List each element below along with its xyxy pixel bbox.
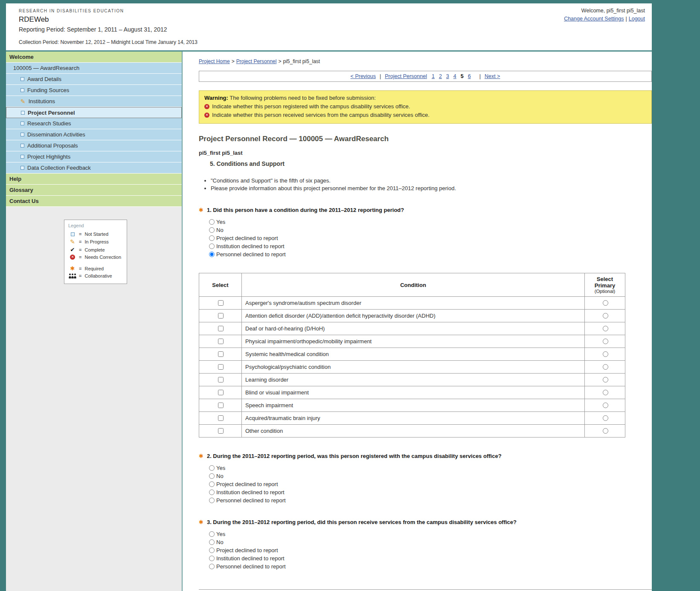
question-text: ✱3. During the 2011–2012 reporting perio… <box>199 519 652 525</box>
condition-checkbox-systemic-health-medical-condition[interactable] <box>218 351 224 357</box>
page-link-6[interactable]: 6 <box>468 73 471 79</box>
sidebar-item-additional-proposals[interactable]: Additional Proposals <box>6 140 182 151</box>
radio-q3-personnel-declined-to-report[interactable] <box>209 564 215 569</box>
sidebar-item-glossary[interactable]: Glossary <box>6 185 182 196</box>
condition-checkbox-attention-deficit-disorder-add-attention-deficit-hyperactivity-disorder-adhd[interactable] <box>218 313 224 319</box>
previous-link[interactable]: < Previous <box>351 73 376 79</box>
page-link-4[interactable]: 4 <box>453 73 456 79</box>
radio-q1-yes[interactable] <box>209 219 215 225</box>
sidebar-item-dissemination-activities[interactable]: Dissemination Activities <box>6 129 182 140</box>
condition-checkbox-speech-impairment[interactable] <box>218 403 224 408</box>
sidebar-item-award-details[interactable]: Award Details <box>6 74 182 85</box>
condition-checkbox-other-condition[interactable] <box>218 428 224 434</box>
breadcrumb-link-project-home[interactable]: Project Home <box>199 58 230 64</box>
primary-radio-systemic-health-medical-condition[interactable] <box>603 351 608 357</box>
change-account-settings-link[interactable]: Change Account Settings <box>564 16 624 22</box>
sidebar-item-project-highlights[interactable]: Project Highlights <box>6 151 182 162</box>
radio-q2-personnel-declined-to-report[interactable] <box>209 498 215 503</box>
condition-checkbox-asperger-s-syndrome-autism-spectrum-disorder[interactable] <box>218 300 224 306</box>
sidebar-item-welcome[interactable]: Welcome <box>6 52 182 63</box>
primary-radio-other-condition[interactable] <box>603 428 608 434</box>
radio-option-q1-personnel-declined-to-report[interactable]: Personnel declined to report <box>209 251 652 258</box>
condition-checkbox-psychological-psychiatric-condition[interactable] <box>218 364 224 370</box>
condition-select-cell <box>199 310 242 322</box>
not-started-icon <box>20 122 24 125</box>
question-text: ✱1. Did this person have a condition dur… <box>199 207 652 213</box>
condition-label: Blind or visual impairment <box>242 386 585 399</box>
radio-option-q1-yes[interactable]: Yes <box>209 219 652 225</box>
radio-option-q3-yes[interactable]: Yes <box>209 531 652 537</box>
radio-option-q2-no[interactable]: No <box>209 473 652 479</box>
sidebar-item-label: Contact Us <box>9 198 39 204</box>
sidebar-item-help[interactable]: Help <box>6 174 182 185</box>
radio-option-q2-yes[interactable]: Yes <box>209 465 652 471</box>
page-link-3[interactable]: 3 <box>446 73 449 79</box>
sidebar-item-label: Welcome <box>9 54 34 60</box>
primary-radio-attention-deficit-disorder-add-attention-deficit-hyperactivity-disorder-adhd[interactable] <box>603 313 608 319</box>
sidebar-item-data-collection-feedback[interactable]: Data Collection Feedback <box>6 162 182 174</box>
next-link[interactable]: Next > <box>485 73 500 79</box>
legend-icon-cell: ✔ <box>68 247 77 252</box>
breadcrumb-separator: > <box>232 58 235 64</box>
condition-checkbox-physical-impairment-orthopedic-mobility-impairment[interactable] <box>218 339 224 344</box>
page-link-2[interactable]: 2 <box>439 73 442 79</box>
primary-radio-learning-disorder[interactable] <box>603 377 608 382</box>
radio-option-q1-project-declined-to-report[interactable]: Project declined to report <box>209 235 652 241</box>
radio-option-q1-institution-declined-to-report[interactable]: Institution declined to report <box>209 243 652 249</box>
note-item: "Conditions and Support" is the fifth of… <box>211 177 652 184</box>
page-link-1[interactable]: 1 <box>432 73 435 79</box>
breadcrumb-link-project-personnel[interactable]: Project Personnel <box>236 58 277 64</box>
condition-checkbox-blind-or-visual-impairment[interactable] <box>218 390 224 395</box>
question-label: 3. During the 2011–2012 reporting period… <box>207 519 517 525</box>
account-links: Change Account Settings|Logout <box>564 16 645 22</box>
radio-option-q1-no[interactable]: No <box>209 227 652 233</box>
radio-q3-project-declined-to-report[interactable] <box>209 548 215 553</box>
sidebar-item-institutions[interactable]: ✎Institutions <box>6 96 182 107</box>
primary-radio-physical-impairment-orthopedic-mobility-impairment[interactable] <box>603 339 608 344</box>
primary-radio-psychological-psychiatric-condition[interactable] <box>603 364 608 370</box>
radio-q1-project-declined-to-report[interactable] <box>209 235 215 241</box>
sidebar-item-funding-sources[interactable]: Funding Sources <box>6 85 182 96</box>
collaborative-icon <box>69 273 76 278</box>
radio-option-label: Institution declined to report <box>216 489 285 495</box>
radio-q3-yes[interactable] <box>209 531 215 537</box>
sidebar-item-100005-awardresearch[interactable]: 100005 — AwardResearch <box>6 63 182 74</box>
radio-q3-no[interactable] <box>209 539 215 545</box>
radio-option-q2-personnel-declined-to-report[interactable]: Personnel declined to report <box>209 497 652 504</box>
primary-radio-speech-impairment[interactable] <box>603 403 608 408</box>
radio-option-q2-institution-declined-to-report[interactable]: Institution declined to report <box>209 489 652 495</box>
radio-q1-personnel-declined-to-report[interactable] <box>209 252 215 257</box>
sidebar-item-contact-us[interactable]: Contact Us <box>6 196 182 207</box>
condition-checkbox-learning-disorder[interactable] <box>218 377 224 382</box>
required-icon: ✱ <box>199 453 203 459</box>
condition-checkbox-acquired-traumatic-brain-injury[interactable] <box>218 415 224 421</box>
radio-q1-institution-declined-to-report[interactable] <box>209 243 215 249</box>
sidebar-item-project-personnel[interactable]: Project Personnel <box>6 107 182 118</box>
radio-q3-institution-declined-to-report[interactable] <box>209 556 215 561</box>
header: RESEARCH IN DISABILITIES EDUCATION RDEWe… <box>6 3 652 52</box>
legend-icon-cell: ✱ <box>68 266 77 271</box>
condition-label: Psychological/psychiatric condition <box>242 361 585 374</box>
pagination-section-link[interactable]: Project Personnel <box>385 73 427 79</box>
radio-option-q3-no[interactable]: No <box>209 539 652 545</box>
condition-checkbox-deaf-or-hard-of-hearing-d-hoh[interactable] <box>218 326 224 331</box>
radio-option-q3-project-declined-to-report[interactable]: Project declined to report <box>209 547 652 553</box>
radio-q2-institution-declined-to-report[interactable] <box>209 490 215 495</box>
sidebar-item-research-studies[interactable]: Research Studies <box>6 118 182 129</box>
logout-link[interactable]: Logout <box>629 16 645 22</box>
radio-option-q3-personnel-declined-to-report[interactable]: Personnel declined to report <box>209 563 652 570</box>
radio-option-q2-project-declined-to-report[interactable]: Project declined to report <box>209 481 652 487</box>
primary-radio-asperger-s-syndrome-autism-spectrum-disorder[interactable] <box>603 300 608 306</box>
legend-icon-cell <box>68 273 77 278</box>
radio-q1-no[interactable] <box>209 227 215 233</box>
primary-radio-blind-or-visual-impairment[interactable] <box>603 390 608 395</box>
radio-q2-project-declined-to-report[interactable] <box>209 481 215 487</box>
radio-option-label: Personnel declined to report <box>216 563 286 570</box>
radio-q2-no[interactable] <box>209 473 215 479</box>
primary-radio-acquired-traumatic-brain-injury[interactable] <box>603 415 608 421</box>
primary-radio-deaf-or-hard-of-hearing-d-hoh[interactable] <box>603 326 608 331</box>
legend-label: Collaborative <box>84 273 112 278</box>
radio-option-q3-institution-declined-to-report[interactable]: Institution declined to report <box>209 555 652 562</box>
condition-label: Learning disorder <box>242 374 585 386</box>
radio-q2-yes[interactable] <box>209 465 215 471</box>
